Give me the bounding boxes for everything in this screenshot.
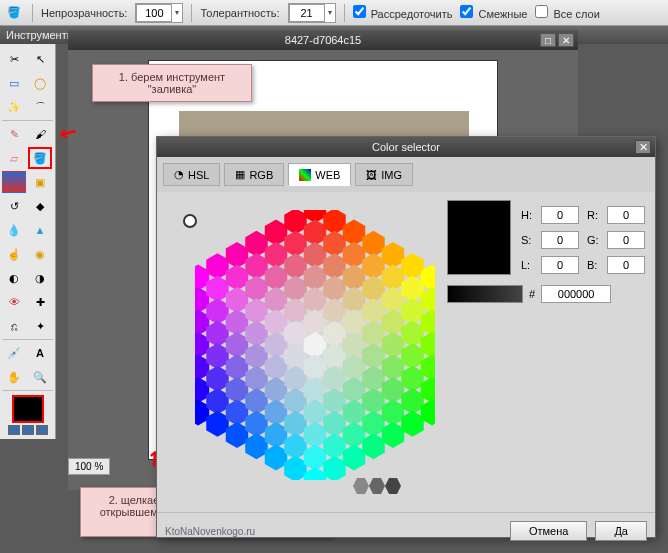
tool-separator	[2, 390, 53, 391]
hex-input[interactable]	[541, 285, 611, 303]
move-tool-icon[interactable]: ↖	[28, 48, 52, 70]
document-title: 8427-d7064c15	[285, 34, 361, 46]
svg-marker-24	[245, 231, 268, 257]
tolerance-field[interactable]	[289, 4, 325, 22]
cancel-button[interactable]: Отмена	[510, 521, 587, 541]
tab-hsl[interactable]: ◔HSL	[163, 163, 220, 186]
svg-marker-33	[245, 433, 268, 459]
lasso-tool-icon[interactable]: ◯	[28, 72, 52, 94]
grey-hex-icon[interactable]	[345, 474, 405, 498]
brush-select-icon[interactable]: ⌒	[28, 96, 52, 118]
adjacent-checkbox[interactable]: Смежные	[460, 5, 527, 20]
maximize-icon[interactable]: □	[540, 33, 556, 47]
color-swatch[interactable]	[12, 395, 44, 423]
bucket-tool-icon[interactable]: 🪣	[28, 147, 52, 169]
svg-marker-38	[265, 309, 288, 335]
svg-marker-35	[265, 242, 288, 268]
g-input[interactable]	[607, 231, 645, 249]
lightness-gradient[interactable]	[447, 285, 523, 303]
marquee-tool-icon[interactable]: ▭	[2, 72, 26, 94]
zoom-indicator[interactable]: 100 %	[68, 458, 110, 475]
toolbox: ✂↖ ▭◯ ✨⌒ ✎🖌 ▱🪣 ▣ ↺◆ 💧▲ ☝◉ ◐◑ 👁✚ ⎌✦ 💉A ✋🔍	[0, 44, 56, 439]
r-input[interactable]	[607, 206, 645, 224]
swatch-presets[interactable]	[2, 425, 53, 435]
svg-marker-58	[304, 219, 327, 245]
chevron-down-icon[interactable]: ▾	[325, 8, 335, 17]
close-icon[interactable]: ✕	[558, 33, 574, 47]
dialog-titlebar[interactable]: Color selector ✕	[157, 137, 655, 157]
smudge-tool-icon[interactable]: ☝	[2, 243, 26, 265]
b-input[interactable]	[607, 256, 645, 274]
sharpen-tool-icon[interactable]: ▲	[28, 219, 52, 241]
wand-tool-icon[interactable]: ✨	[2, 96, 26, 118]
svg-marker-100	[362, 388, 385, 414]
s-input[interactable]	[541, 231, 579, 249]
ok-button[interactable]: Да	[595, 521, 647, 541]
svg-marker-67	[304, 422, 327, 448]
dialog-title: Color selector	[372, 141, 440, 153]
opacity-input[interactable]: ▾	[135, 3, 183, 23]
svg-marker-106	[382, 309, 405, 335]
h-input[interactable]	[541, 206, 579, 224]
tolerance-label: Толерантность:	[200, 7, 279, 19]
tolerance-input[interactable]: ▾	[288, 3, 336, 23]
clone-tool-icon[interactable]: ▣	[28, 171, 52, 193]
zoom-tool-icon[interactable]: 🔍	[28, 366, 52, 388]
close-icon[interactable]: ✕	[635, 140, 651, 154]
svg-marker-107	[382, 332, 405, 358]
eyedrop-tool-icon[interactable]: 💉	[2, 342, 26, 364]
text-tool-icon[interactable]: A	[28, 342, 52, 364]
sponge-tool-icon[interactable]: ◉	[28, 243, 52, 265]
dodge-tool-icon[interactable]: ◐	[2, 267, 26, 289]
heal-tool-icon[interactable]: ✚	[28, 291, 52, 313]
svg-marker-37	[265, 287, 288, 313]
opacity-field[interactable]	[136, 4, 172, 22]
pencil-tool-icon[interactable]: ✎	[2, 123, 26, 145]
svg-marker-105	[382, 287, 405, 313]
svg-marker-89	[343, 377, 366, 403]
svg-marker-32	[245, 411, 268, 437]
hex-color-picker[interactable]	[165, 200, 437, 504]
crop-tool-icon[interactable]: ✂	[2, 48, 26, 70]
svg-marker-127	[353, 478, 369, 494]
tab-rgb[interactable]: ▦RGB	[224, 163, 284, 186]
svg-marker-8	[206, 276, 229, 302]
svg-marker-116	[401, 343, 424, 369]
svg-marker-40	[265, 355, 288, 381]
shape-tool-icon[interactable]: ◆	[28, 195, 52, 217]
svg-marker-9	[206, 298, 229, 324]
l-input[interactable]	[541, 256, 579, 274]
separator	[191, 4, 192, 22]
hex-wheel[interactable]	[195, 210, 435, 480]
burn-tool-icon[interactable]: ◑	[28, 267, 52, 289]
svg-marker-113	[401, 276, 424, 302]
gradient-tool-icon[interactable]	[2, 171, 26, 193]
svg-marker-85	[343, 287, 366, 313]
svg-marker-64	[304, 355, 327, 381]
scatter-checkbox[interactable]: Рассредоточить	[353, 5, 453, 20]
svg-marker-117	[401, 366, 424, 392]
brush-tool-icon[interactable]: 🖌	[28, 123, 52, 145]
svg-marker-36	[265, 264, 288, 290]
document-titlebar[interactable]: 8427-d7064c15 □ ✕	[68, 30, 578, 50]
b-label: B:	[587, 259, 601, 271]
r-label: R:	[587, 209, 601, 221]
svg-marker-19	[226, 332, 249, 358]
svg-marker-104	[382, 264, 405, 290]
eraser-tool-icon[interactable]: ▱	[2, 147, 26, 169]
tab-img[interactable]: 🖼IMG	[355, 163, 413, 186]
svg-marker-76	[323, 343, 346, 369]
alllayers-checkbox[interactable]: Все слои	[535, 5, 599, 20]
stamp-tool-icon[interactable]: ⎌	[2, 315, 26, 337]
replace-tool-icon[interactable]: ↺	[2, 195, 26, 217]
svg-marker-81	[323, 456, 346, 480]
redeye-tool-icon[interactable]: 👁	[2, 291, 26, 313]
chevron-down-icon[interactable]: ▾	[172, 8, 182, 17]
pinch-tool-icon[interactable]: ✦	[28, 315, 52, 337]
rgb-icon: ▦	[235, 168, 245, 181]
hand-tool-icon[interactable]: ✋	[2, 366, 26, 388]
svg-marker-88	[343, 355, 366, 381]
tab-web[interactable]: WEB	[288, 163, 351, 186]
l-label: L:	[521, 259, 535, 271]
blur-tool-icon[interactable]: 💧	[2, 219, 26, 241]
